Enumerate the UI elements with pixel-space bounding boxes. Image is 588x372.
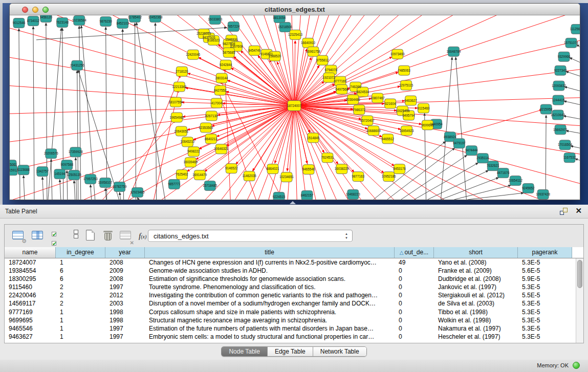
table-panel-title: Table Panel [5, 208, 37, 215]
svg-text:17359928: 17359928 [69, 150, 83, 154]
svg-text:9465546: 9465546 [302, 167, 315, 171]
cell-year: 2008 [105, 258, 145, 267]
float-panel-icon[interactable] [560, 208, 568, 215]
cell-pagerank: 5.6E-5 [518, 267, 572, 275]
svg-text:9699695: 9699695 [421, 123, 434, 127]
svg-text:15218506: 15218506 [278, 25, 292, 29]
panel-splitter-handle[interactable] [290, 201, 296, 204]
table-row[interactable]: 1872400712008Changes of HCN gene express… [5, 258, 583, 267]
table-tabs[interactable]: Node TableEdge TableNetwork Table [221, 346, 366, 357]
table-row[interactable]: 946362711997Embryonic stem cells: a mode… [5, 333, 583, 341]
svg-text:9227343: 9227343 [554, 69, 567, 72]
cell-year: 1998 [105, 308, 145, 316]
svg-text:8186323: 8186323 [207, 38, 220, 42]
vertical-scrollbar[interactable] [576, 258, 583, 343]
close-panel-icon[interactable]: ✕ [575, 207, 582, 215]
svg-text:10025458: 10025458 [396, 109, 410, 113]
svg-text:12505135: 12505135 [67, 173, 81, 177]
network-canvas[interactable]: 9012546873401294561207623148102365849876… [10, 15, 580, 200]
svg-text:15692971: 15692971 [553, 128, 568, 132]
scrollbar-thumb[interactable] [577, 260, 582, 288]
svg-text:9224515: 9224515 [273, 195, 286, 199]
svg-text:6794078: 6794078 [325, 68, 338, 72]
network-view-window[interactable]: citations_edges.txt 90125468734012945612… [9, 3, 580, 200]
svg-text:10973493: 10973493 [390, 52, 405, 56]
svg-text:1921072: 1921072 [323, 76, 336, 79]
table-row[interactable]: 969969511998Structural magnetic resonanc… [5, 316, 583, 324]
cell-name: 9699695 [5, 316, 56, 324]
svg-text:10234651: 10234651 [279, 175, 294, 179]
tab-node-table[interactable]: Node Table [222, 347, 268, 356]
network-graph[interactable]: 9012546873401294561207623148102365849876… [10, 15, 580, 200]
cell-short: Jankovic et al. (1997) [434, 283, 518, 291]
column-header-name[interactable]: name [5, 247, 56, 258]
cell-out_de: 0 [395, 333, 434, 341]
cell-year: 1997 [105, 324, 145, 333]
cell-title: Tourette syndrome. Phenomenology and cla… [145, 283, 395, 291]
svg-text:15720407: 15720407 [360, 119, 375, 122]
column-header-short[interactable]: short [434, 247, 518, 258]
svg-text:9242844: 9242844 [220, 63, 232, 67]
svg-text:25226053: 25226053 [197, 32, 211, 35]
node-table[interactable]: namein_degreeyeartitle△out_de...shortpag… [5, 247, 583, 343]
svg-text:10468223: 10468223 [346, 192, 360, 196]
svg-text:9876230: 9876230 [99, 19, 112, 23]
svg-text:15751074: 15751074 [564, 41, 578, 45]
table-rows[interactable]: 1872400712008Changes of HCN gene express… [5, 258, 583, 341]
tab-network-table[interactable]: Network Table [313, 347, 366, 356]
cell-year: 1997 [105, 283, 145, 291]
table-row[interactable]: 911546021997Tourette syndrome. Phenomeno… [5, 283, 583, 291]
tab-edge-table[interactable]: Edge Table [268, 347, 313, 356]
cell-title: Investigating the contribution of common… [145, 291, 395, 299]
svg-text:10937428: 10937428 [536, 192, 550, 196]
svg-text:15718485: 15718485 [203, 184, 217, 187]
svg-text:9465512: 9465512 [381, 137, 394, 141]
svg-text:1167532: 1167532 [563, 156, 576, 159]
memory-ok-icon[interactable] [573, 362, 580, 369]
table-row[interactable]: 977716911998Corpus callosum shape and si… [5, 308, 583, 316]
cell-out_de: 0 [395, 283, 434, 291]
column-header-year[interactable]: year [105, 247, 145, 258]
cell-year: 2003 [105, 299, 145, 308]
svg-text:9146522: 9146522 [225, 166, 238, 170]
cell-title: Corpus callosum shape and size in male p… [145, 308, 395, 316]
table-row[interactable]: 1830029562008Estimation of significance … [5, 275, 583, 283]
table-row[interactable]: 1938455462009Genome-wide association stu… [5, 267, 583, 275]
svg-text:1514845: 1514845 [307, 136, 320, 140]
cell-out_de: 0 [395, 267, 434, 275]
table-row[interactable]: 2242004622012Investigating the contribut… [5, 291, 583, 299]
cell-year: 1997 [105, 333, 145, 341]
app-chrome-left [0, 3, 3, 205]
svg-text:2935114: 2935114 [476, 156, 489, 160]
svg-text:3915912: 3915912 [10, 168, 18, 172]
table-header-row[interactable]: namein_degreeyeartitle△out_de...shortpag… [5, 247, 583, 258]
svg-text:16914479: 16914479 [192, 173, 207, 177]
svg-text:6479197: 6479197 [453, 142, 466, 145]
column-header-pagerank[interactable]: pagerank [518, 247, 572, 258]
svg-text:7986372: 7986372 [353, 108, 366, 112]
row-selection-button[interactable]: ✔✔ [52, 229, 65, 243]
svg-text:9495794: 9495794 [402, 114, 415, 117]
create-column-button[interactable] [84, 229, 98, 243]
network-window-titlebar[interactable]: citations_edges.txt [10, 4, 580, 15]
delete-column-button[interactable] [102, 229, 115, 243]
import-table-button[interactable]: ✕ [119, 229, 133, 243]
svg-text:8215958: 8215958 [540, 107, 553, 111]
cell-title: Genome-wide association studies in ADHD. [145, 267, 395, 275]
table-row[interactable]: 946554611997Estimation of the future num… [5, 324, 583, 333]
svg-text:1244415: 1244415 [552, 98, 565, 102]
table-selector-dropdown[interactable]: citations_edges.txt ▲▼ [148, 230, 353, 242]
cell-out_de: 0 [395, 291, 434, 299]
column-visibility-button[interactable] [31, 229, 45, 243]
table-row[interactable]: 1456911722003Disruption of a novel membe… [5, 299, 583, 308]
cell-short: Franke et al. (2009) [434, 267, 518, 275]
cell-name: 14569117 [5, 299, 56, 308]
column-header-title[interactable]: title [145, 247, 395, 258]
svg-text:16648784: 16648784 [446, 50, 461, 53]
svg-text:2367608: 2367608 [230, 45, 243, 48]
column-header-out_de[interactable]: △out_de... [395, 247, 434, 258]
cell-in_degree: 1 [56, 333, 105, 341]
column-header-in_degree[interactable]: in_degree [56, 247, 105, 258]
table-mode-button[interactable]: ⚙ [12, 229, 25, 243]
rows-button[interactable] [69, 229, 82, 243]
